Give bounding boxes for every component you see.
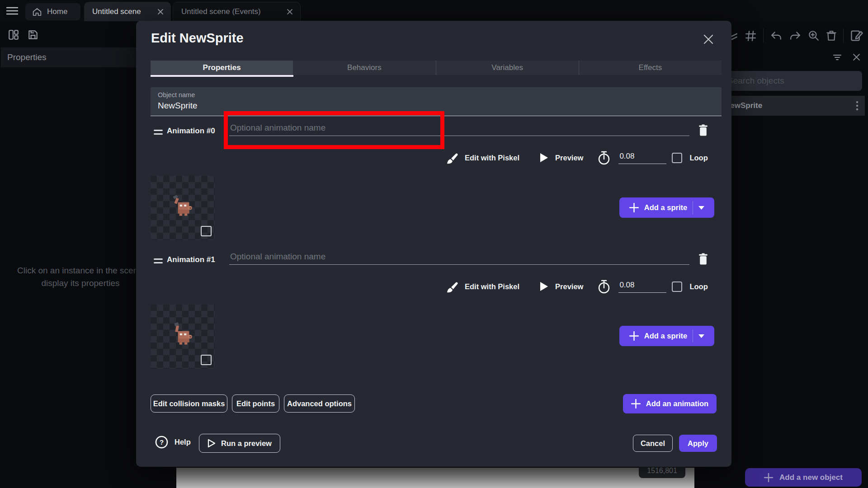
add-sprite-button[interactable]: Add a sprite bbox=[619, 326, 714, 346]
object-name-field[interactable]: Object name NewSprite bbox=[151, 87, 722, 116]
tab-scene-label: Untitled scene bbox=[92, 7, 141, 16]
edit-collision-masks-label: Edit collision masks bbox=[153, 399, 225, 408]
animation-1-drag-handle[interactable] bbox=[154, 256, 163, 266]
animation-0-label: Animation #0 bbox=[167, 127, 215, 136]
dialog-close-button[interactable] bbox=[702, 33, 715, 46]
animation-0-time-between-frames-input[interactable] bbox=[618, 152, 666, 164]
animation-0-name-input[interactable] bbox=[229, 123, 689, 136]
edit-sprite-dialog: Edit NewSprite Properties Behaviors Vari… bbox=[136, 21, 731, 467]
animation-1-edit-piskel-button[interactable]: Edit with Piskel bbox=[446, 280, 519, 293]
animation-1-loop-checkbox[interactable] bbox=[672, 282, 682, 292]
undo-icon[interactable] bbox=[770, 30, 783, 41]
animation-0-drag-handle[interactable] bbox=[154, 127, 163, 137]
add-sprite-label: Add a sprite bbox=[644, 332, 687, 340]
cancel-button[interactable]: Cancel bbox=[633, 435, 673, 452]
close-icon bbox=[703, 34, 714, 45]
apply-button[interactable]: Apply bbox=[679, 435, 717, 452]
play-outline-icon bbox=[208, 439, 216, 448]
edit-collision-masks-button[interactable]: Edit collision masks bbox=[151, 394, 227, 413]
animation-1-preview-button[interactable]: Preview bbox=[540, 282, 583, 291]
tab-variables[interactable]: Variables bbox=[436, 61, 579, 75]
grid-icon[interactable] bbox=[745, 30, 757, 42]
cursor-coordinates: 1516,801 bbox=[647, 467, 677, 475]
dialog-tab-bar: Properties Behaviors Variables Effects bbox=[151, 61, 722, 77]
add-an-animation-button[interactable]: Add an animation bbox=[623, 394, 717, 413]
animation-0-loop-checkbox[interactable] bbox=[672, 153, 682, 163]
save-icon bbox=[27, 29, 39, 41]
animation-0-edit-piskel-button[interactable]: Edit with Piskel bbox=[446, 151, 519, 164]
preview-label: Preview bbox=[555, 154, 583, 162]
paintbrush-icon bbox=[446, 280, 458, 293]
animation-1-sprite-thumbnail[interactable] bbox=[151, 305, 215, 369]
tab-untitled-scene-events[interactable]: Untitled scene (Events) bbox=[173, 2, 301, 21]
close-tab-icon[interactable] bbox=[287, 9, 293, 15]
caret-down-icon[interactable] bbox=[698, 206, 704, 210]
object-list-item-newsprite[interactable]: NewSprite bbox=[717, 96, 865, 116]
hamburger-icon bbox=[6, 6, 18, 15]
animation-1-name-input[interactable] bbox=[229, 252, 689, 265]
advanced-options-label: Advanced options bbox=[287, 399, 352, 408]
search-objects-field[interactable] bbox=[717, 71, 862, 91]
animation-1-controls: Edit with Piskel Preview Loop bbox=[446, 279, 708, 294]
tab-untitled-scene[interactable]: Untitled scene bbox=[84, 2, 171, 21]
tab-events-label: Untitled scene (Events) bbox=[181, 7, 261, 16]
stopwatch-icon bbox=[598, 151, 610, 165]
sprite-select-checkbox[interactable] bbox=[201, 355, 212, 365]
tab-behaviors[interactable]: Behaviors bbox=[293, 61, 435, 75]
animation-0-add-sprite: Add a sprite bbox=[619, 197, 714, 218]
button-divider bbox=[693, 329, 693, 343]
filter-objects-button[interactable] bbox=[833, 54, 841, 61]
help-button[interactable]: ? Help bbox=[155, 436, 191, 449]
filter-icon bbox=[833, 54, 841, 61]
toolbar-divider bbox=[763, 28, 764, 43]
preview-label: Preview bbox=[555, 282, 583, 291]
trash-icon bbox=[698, 124, 708, 136]
zoom-in-icon[interactable] bbox=[808, 30, 820, 42]
gdevelop-app: Home Untitled scene Untitled scene (Even… bbox=[0, 0, 868, 488]
trash-icon[interactable] bbox=[826, 30, 837, 42]
loop-label: Loop bbox=[689, 154, 708, 162]
plus-icon bbox=[629, 203, 639, 212]
paintbrush-icon bbox=[446, 151, 458, 164]
animation-1-time-between-frames-input[interactable] bbox=[618, 281, 666, 293]
toggle-panels-button[interactable] bbox=[8, 29, 19, 41]
close-icon bbox=[853, 53, 860, 61]
animation-1-add-sprite: Add a sprite bbox=[619, 326, 714, 346]
main-menu-button[interactable] bbox=[6, 6, 18, 15]
animation-0-preview-button[interactable]: Preview bbox=[540, 153, 583, 163]
toolbar-divider bbox=[843, 28, 844, 43]
add-an-animation-label: Add an animation bbox=[646, 399, 708, 408]
add-sprite-button[interactable]: Add a sprite bbox=[619, 197, 714, 218]
scene-canvas-edge bbox=[176, 468, 694, 488]
edit-scene-properties-icon[interactable] bbox=[850, 29, 863, 42]
close-panel-button[interactable] bbox=[853, 53, 860, 61]
save-project-button[interactable] bbox=[27, 29, 39, 41]
sprite-select-checkbox[interactable] bbox=[201, 226, 212, 236]
run-a-preview-button[interactable]: Run a preview bbox=[199, 434, 280, 453]
properties-empty-message-line1: Click on an instance in the scene to bbox=[17, 266, 144, 276]
object-more-options-icon[interactable] bbox=[856, 101, 859, 111]
edit-points-button[interactable]: Edit points bbox=[232, 394, 279, 413]
animation-0-sprite-thumbnail[interactable] bbox=[151, 176, 215, 240]
plus-icon bbox=[629, 331, 639, 341]
caret-down-icon[interactable] bbox=[698, 334, 704, 338]
redo-icon[interactable] bbox=[789, 30, 802, 41]
edit-piskel-label: Edit with Piskel bbox=[465, 282, 519, 291]
cancel-label: Cancel bbox=[641, 439, 665, 448]
add-new-object-button[interactable]: Add a new object bbox=[745, 468, 862, 487]
trash-icon bbox=[698, 253, 708, 265]
animation-0-controls: Edit with Piskel Preview Loop bbox=[446, 150, 708, 165]
stopwatch-icon bbox=[598, 280, 610, 294]
animation-1-delete-button[interactable] bbox=[698, 253, 708, 265]
sprite-image bbox=[168, 321, 198, 351]
animation-0-delete-button[interactable] bbox=[698, 124, 708, 136]
close-tab-icon[interactable] bbox=[157, 9, 164, 15]
add-new-object-label: Add a new object bbox=[779, 473, 843, 482]
tab-effects[interactable]: Effects bbox=[579, 61, 722, 75]
tab-home[interactable]: Home bbox=[25, 3, 80, 20]
properties-empty-message-line2: display its properties bbox=[17, 278, 144, 288]
tab-properties[interactable]: Properties bbox=[151, 61, 293, 75]
advanced-options-button[interactable]: Advanced options bbox=[284, 394, 355, 413]
object-name-value: NewSprite bbox=[158, 101, 722, 111]
search-objects-input[interactable] bbox=[717, 71, 862, 91]
